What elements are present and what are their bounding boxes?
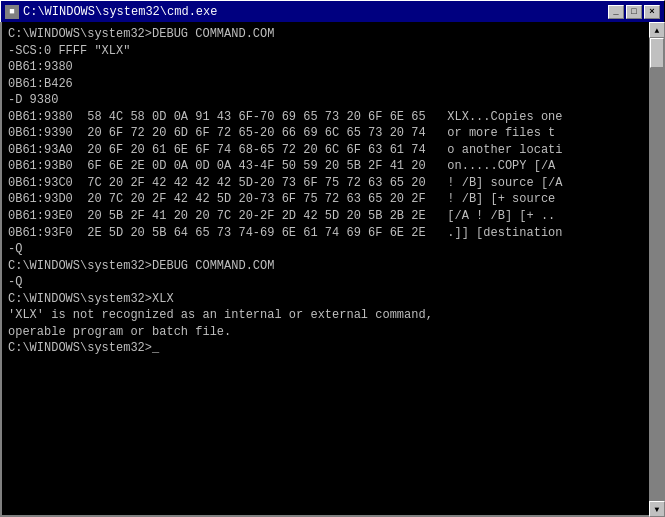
scrollbar[interactable]: ▲ ▼ <box>649 22 665 517</box>
terminal-line: -Q <box>8 241 643 258</box>
minimize-button[interactable]: _ <box>608 5 624 19</box>
scroll-down-button[interactable]: ▼ <box>649 501 665 517</box>
terminal-line: 0B61:93B0 6F 6E 2E 0D 0A 0D 0A 43-4F 50 … <box>8 158 643 175</box>
window-controls: _ □ × <box>608 5 660 19</box>
scroll-up-button[interactable]: ▲ <box>649 22 665 38</box>
terminal-line: -SCS:0 FFFF "XLX" <box>8 43 643 60</box>
close-button[interactable]: × <box>644 5 660 19</box>
terminal-line: -Q <box>8 274 643 291</box>
terminal-line: 0B61:93F0 2E 5D 20 5B 64 65 73 74-69 6E … <box>8 225 643 242</box>
terminal-line: 0B61:9380 <box>8 59 643 76</box>
window: ■ C:\WINDOWS\system32\cmd.exe _ □ × C:\W… <box>0 0 665 517</box>
cmd-icon: ■ <box>5 5 19 19</box>
terminal-line: C:\WINDOWS\system32>_ <box>8 340 643 357</box>
window-title: C:\WINDOWS\system32\cmd.exe <box>23 5 217 19</box>
scroll-thumb[interactable] <box>650 38 664 68</box>
terminal-line: 0B61:9390 20 6F 72 20 6D 6F 72 65-20 66 … <box>8 125 643 142</box>
terminal-line: -D 9380 <box>8 92 643 109</box>
title-bar: ■ C:\WINDOWS\system32\cmd.exe _ □ × <box>0 0 665 22</box>
terminal-line: operable program or batch file. <box>8 324 643 341</box>
terminal-line: 0B61:B426 <box>8 76 643 93</box>
terminal-line: 0B61:93E0 20 5B 2F 41 20 20 7C 20-2F 2D … <box>8 208 643 225</box>
title-bar-left: ■ C:\WINDOWS\system32\cmd.exe <box>5 5 217 19</box>
terminal-line: 0B61:93A0 20 6F 20 61 6E 6F 74 68-65 72 … <box>8 142 643 159</box>
terminal-line: 0B61:9380 58 4C 58 0D 0A 91 43 6F-70 69 … <box>8 109 643 126</box>
terminal-line: C:\WINDOWS\system32>DEBUG COMMAND.COM <box>8 26 643 43</box>
terminal-line: C:\WINDOWS\system32>DEBUG COMMAND.COM <box>8 258 643 275</box>
scroll-track[interactable] <box>649 38 665 501</box>
terminal-line: 'XLX' is not recognized as an internal o… <box>8 307 643 324</box>
terminal-line: 0B61:93D0 20 7C 20 2F 42 42 5D 20-73 6F … <box>8 191 643 208</box>
terminal-content[interactable]: C:\WINDOWS\system32>DEBUG COMMAND.COM-SC… <box>0 22 649 517</box>
maximize-button[interactable]: □ <box>626 5 642 19</box>
terminal-line: C:\WINDOWS\system32>XLX <box>8 291 643 308</box>
terminal-line: 0B61:93C0 7C 20 2F 42 42 42 42 5D-20 73 … <box>8 175 643 192</box>
